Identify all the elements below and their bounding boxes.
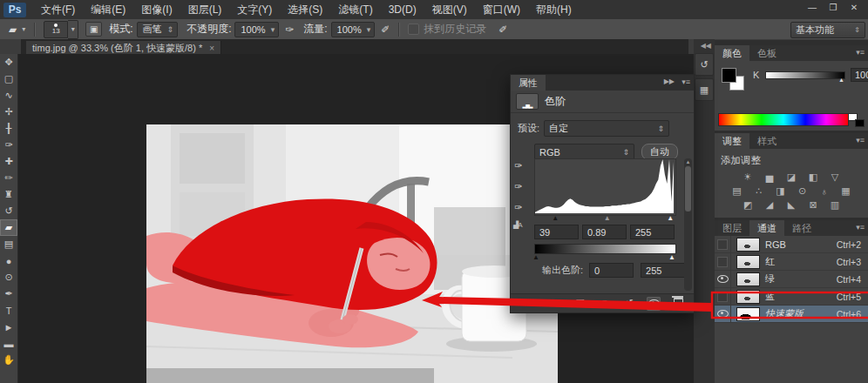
menu-文字(Y)[interactable]: 文字(Y)	[229, 0, 280, 19]
reset-icon[interactable]: ↺	[622, 297, 636, 311]
brush-picker-arrow-icon[interactable]: ▾	[68, 20, 78, 39]
channel-row-RGB[interactable]: RGBCtrl+2	[715, 236, 868, 253]
history-brush-tool[interactable]: ↺	[0, 203, 17, 219]
type-tool[interactable]: T	[0, 302, 17, 319]
black-swatch[interactable]	[855, 119, 865, 127]
menu-滤镜(T)[interactable]: 滤镜(T)	[330, 0, 380, 19]
black-point-eyedropper-icon[interactable]: ✑	[514, 160, 522, 171]
restore-button[interactable]: ❐	[823, 1, 844, 14]
scrollbar-thumb[interactable]	[685, 166, 691, 212]
highlight-input[interactable]: 255	[630, 225, 675, 239]
visibility-toggle[interactable]	[715, 306, 731, 322]
eye-empty-box[interactable]	[717, 257, 728, 267]
adjustment-icon-2-0[interactable]: ◩	[741, 199, 755, 211]
menu-图像(I)[interactable]: 图像(I)	[133, 0, 180, 19]
expand-panels-icon[interactable]: ◀◀	[694, 39, 715, 53]
pressure-opacity-icon[interactable]: ✑	[285, 24, 294, 36]
minimize-button[interactable]: —	[802, 1, 823, 14]
flow-select[interactable]: 100%▾	[331, 22, 376, 37]
tab-adjustments[interactable]: 调整	[715, 133, 749, 149]
tab-properties[interactable]: 属性	[511, 75, 546, 91]
midtone-slider[interactable]: ▲	[604, 214, 611, 222]
preset-select[interactable]: 自定 ⇕	[544, 120, 669, 137]
output-low-input[interactable]: 0	[589, 263, 634, 278]
tab-paths[interactable]: 路径	[784, 220, 819, 236]
adjustment-icon-0-0[interactable]: ☀	[741, 171, 755, 183]
adjustment-icon-1-3[interactable]: ⊙	[796, 185, 810, 197]
brush-preset-picker[interactable]: 13	[44, 21, 68, 38]
delete-adjustment-icon[interactable]	[671, 297, 685, 311]
adjustment-icon-1-1[interactable]: ∴	[752, 185, 766, 197]
panel-menu-icon[interactable]: ▾≡	[682, 77, 690, 86]
refine-histogram-icon[interactable]: ▟A	[513, 221, 522, 229]
eye-icon[interactable]	[717, 310, 729, 318]
menu-选择(S)[interactable]: 选择(S)	[280, 0, 330, 19]
shape-tool[interactable]: ▬	[0, 335, 17, 352]
gradient-tool[interactable]: ▤	[0, 236, 17, 252]
toggle-visibility-icon[interactable]	[647, 297, 661, 311]
menu-图层(L)[interactable]: 图层(L)	[180, 0, 230, 19]
tool-preset-arrow-icon[interactable]: ▾	[22, 25, 25, 33]
tab-close-icon[interactable]: ×	[209, 44, 214, 53]
tab-styles[interactable]: 样式	[749, 133, 784, 149]
path-select-tool[interactable]: ►	[0, 319, 17, 335]
adjustment-icon-1-0[interactable]: ▤	[730, 185, 744, 197]
visibility-toggle[interactable]	[715, 288, 731, 305]
lasso-tool[interactable]: ∿	[0, 87, 17, 104]
collapse-panel-icon[interactable]: ▶▶	[664, 77, 675, 85]
channel-row-快速蒙版[interactable]: 快速蒙版Ctrl+6	[715, 306, 868, 323]
midtone-input[interactable]: 0.89	[582, 225, 627, 239]
tablet-pressure-icon[interactable]: ✐	[498, 24, 507, 36]
adjustment-icon-1-4[interactable]: ♁	[817, 185, 831, 197]
shadow-input[interactable]: 39	[534, 225, 579, 239]
scroll-up-icon[interactable]: ▲	[684, 158, 692, 165]
adjustment-icon-0-2[interactable]: ◪	[784, 171, 798, 183]
gray-point-eyedropper-icon[interactable]: ✑	[514, 181, 522, 192]
white-point-eyedropper-icon[interactable]: ✑	[514, 202, 522, 213]
menu-窗口(W)[interactable]: 窗口(W)	[475, 0, 528, 19]
menu-文件(F)[interactable]: 文件(F)	[33, 0, 83, 19]
panel-menu-icon[interactable]: ▾≡	[856, 223, 865, 232]
adjustment-icon-2-3[interactable]: ⊠	[806, 199, 820, 211]
visibility-toggle[interactable]	[715, 236, 731, 252]
channel-row-绿[interactable]: 绿Ctrl+4	[715, 271, 868, 288]
shadow-slider[interactable]: ▲	[552, 214, 559, 222]
menu-视图(V)[interactable]: 视图(V)	[424, 0, 475, 19]
menu-帮助(H)[interactable]: 帮助(H)	[528, 0, 580, 19]
adjustment-icon-2-4[interactable]: ▥	[828, 199, 842, 211]
highlight-slider[interactable]: ▲	[667, 214, 674, 222]
panel-menu-icon[interactable]: ▾≡	[856, 48, 865, 57]
brush-tool[interactable]: ✏	[0, 170, 17, 186]
close-button[interactable]: ✕	[844, 1, 865, 14]
adjustment-icon-2-1[interactable]: ◢	[763, 199, 776, 211]
eyedropper-tool[interactable]: ✑	[0, 137, 17, 153]
adjustment-icon-1-2[interactable]: ◨	[774, 185, 788, 197]
eye-icon[interactable]	[717, 275, 729, 283]
visibility-toggle[interactable]	[715, 271, 731, 287]
adjustment-icon-0-1[interactable]: ▅	[763, 171, 776, 183]
workspace-switcher[interactable]: 基本功能 ⇕	[790, 22, 865, 38]
history-panel-button[interactable]: ↺	[695, 53, 714, 76]
properties-scrollbar[interactable]: ▲	[684, 158, 692, 291]
k-channel-slider[interactable]	[765, 71, 845, 79]
eraser-preset-icon[interactable]: ▰	[9, 24, 17, 36]
eye-empty-box[interactable]	[717, 292, 728, 302]
erase-to-history-checkbox[interactable]	[408, 24, 419, 35]
k-slider-handle[interactable]: ▲	[838, 77, 844, 83]
eraser-tool[interactable]: ▰	[0, 219, 17, 236]
tab-channels[interactable]: 通道	[749, 220, 784, 236]
adjustment-icon-1-5[interactable]: ▦	[839, 185, 853, 197]
menu-3D(D)[interactable]: 3D(D)	[381, 0, 424, 19]
clip-to-layer-icon[interactable]: ❏	[573, 297, 587, 311]
output-high-input[interactable]: 255	[641, 263, 685, 278]
marquee-tool[interactable]: ▢	[0, 71, 17, 87]
output-highlight-slider[interactable]: ▲	[668, 253, 675, 261]
view-previous-state-icon[interactable]: ◉	[598, 297, 612, 311]
output-shadow-slider[interactable]: ▲	[532, 253, 539, 261]
airbrush-icon[interactable]: ✐	[381, 24, 390, 36]
pen-tool[interactable]: ✒	[0, 286, 17, 302]
clone-stamp-tool[interactable]: ♜	[0, 186, 17, 203]
blur-tool[interactable]: ●	[0, 252, 17, 269]
quick-select-tool[interactable]: ✢	[0, 104, 17, 120]
k-value-field[interactable]: 100	[851, 68, 868, 82]
